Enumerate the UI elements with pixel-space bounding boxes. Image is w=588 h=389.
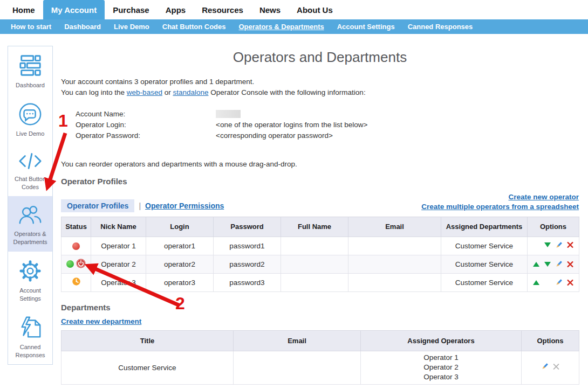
sidebar: Dashboard Live Demo bbox=[8, 46, 53, 365]
people-icon bbox=[18, 203, 43, 227]
departments-table: Title Email Assigned Operators Options C… bbox=[61, 330, 579, 385]
move-down-icon[interactable] bbox=[544, 242, 551, 247]
departments-heading: Departments bbox=[61, 303, 579, 312]
sidebar-item-account-settings[interactable]: Account Settings bbox=[8, 252, 52, 308]
topnav-news[interactable]: News bbox=[251, 0, 289, 19]
edit-icon[interactable] bbox=[541, 363, 549, 370]
department-title-cell: Customer Service bbox=[61, 351, 234, 384]
email-cell bbox=[348, 237, 441, 255]
email-cell bbox=[348, 273, 441, 291]
col-options: Options bbox=[528, 217, 579, 237]
chat-bubble-icon bbox=[18, 102, 43, 127]
col-password: Password bbox=[214, 217, 281, 237]
main-content: Operators and Departments Your account c… bbox=[61, 46, 579, 385]
nick-name-cell: Operator 2 bbox=[91, 255, 146, 273]
subnav-chat-button-codes[interactable]: Chat Button Codes bbox=[156, 23, 233, 31]
reorder-note: You can reorder operators and department… bbox=[61, 160, 579, 168]
nick-name-cell: Operator 3 bbox=[91, 273, 146, 291]
web-based-link[interactable]: web-based bbox=[127, 88, 162, 96]
full-name-cell bbox=[281, 237, 348, 255]
edit-icon[interactable] bbox=[555, 241, 563, 249]
assigned-operator: Operator 3 bbox=[361, 372, 521, 382]
create-multiple-operators-link[interactable]: Create multiple operators from a spreads… bbox=[421, 202, 579, 212]
email-cell bbox=[348, 255, 441, 273]
operator-login-value: <one of the operator logins from the lis… bbox=[216, 121, 367, 129]
table-header-row: Title Email Assigned Operators Options bbox=[61, 330, 579, 351]
delete-icon[interactable] bbox=[566, 279, 574, 286]
account-name-redacted-value bbox=[216, 110, 241, 118]
account-name-label: Account Name: bbox=[76, 110, 216, 118]
intro-line2-pre: You can log into the bbox=[61, 88, 127, 96]
col-options: Options bbox=[522, 330, 579, 351]
edit-icon[interactable] bbox=[555, 260, 563, 268]
sidebar-item-chat-button-codes[interactable]: Chat Button Codes bbox=[8, 143, 52, 197]
topnav-purchase[interactable]: Purchase bbox=[105, 0, 158, 19]
topnav-resources[interactable]: Resources bbox=[194, 0, 251, 19]
intro-line-1: Your account contains 3 operator profile… bbox=[61, 77, 579, 87]
create-new-operator-link[interactable]: Create new operator bbox=[421, 192, 579, 202]
code-icon bbox=[18, 150, 43, 172]
standalone-link[interactable]: standalone bbox=[173, 88, 208, 96]
sidebar-item-operators-departments[interactable]: Operators & Departments bbox=[8, 196, 52, 252]
password-cell: password2 bbox=[214, 255, 281, 273]
page: Home My Account Purchase Apps Resources … bbox=[0, 0, 588, 389]
operator-password-label: Operator Password: bbox=[76, 131, 216, 140]
sidebar-label: Operators & Departments bbox=[10, 230, 51, 246]
tab-operator-profiles[interactable]: Operator Profiles bbox=[61, 199, 134, 212]
subnav-operators-departments[interactable]: Operators & Departments bbox=[233, 23, 331, 31]
operator-login-label: Operator Login: bbox=[76, 121, 216, 129]
sub-navigation: How to start Dashboard Live Demo Chat Bu… bbox=[0, 19, 588, 34]
operator-row-3: Operator 3 operator3 password3 Customer … bbox=[61, 273, 579, 291]
status-online-icon bbox=[66, 260, 74, 268]
create-new-department-link[interactable]: Create new department bbox=[61, 317, 141, 325]
status-offline-icon bbox=[72, 242, 80, 250]
move-down-icon[interactable] bbox=[544, 262, 551, 267]
power-off-icon[interactable] bbox=[76, 262, 86, 270]
department-row-1: Customer Service Operator 1 Operator 2 O… bbox=[61, 351, 579, 384]
assigned-operators-cell: Operator 1 Operator 2 Operator 3 bbox=[361, 351, 522, 384]
operator-row-1: Operator 1 operator1 password1 Customer … bbox=[61, 237, 579, 255]
full-name-cell bbox=[281, 255, 348, 273]
top-navigation: Home My Account Purchase Apps Resources … bbox=[0, 0, 588, 19]
subnav-account-settings[interactable]: Account Settings bbox=[331, 23, 401, 31]
topnav-apps[interactable]: Apps bbox=[158, 0, 194, 19]
password-cell: password1 bbox=[214, 237, 281, 255]
subnav-canned-responses[interactable]: Canned Responses bbox=[401, 23, 480, 31]
sidebar-item-live-demo[interactable]: Live Demo bbox=[8, 95, 52, 143]
topnav-my-account[interactable]: My Account bbox=[43, 0, 105, 19]
delete-icon[interactable] bbox=[566, 241, 574, 249]
sidebar-label: Dashboard bbox=[16, 81, 45, 89]
subnav-live-demo[interactable]: Live Demo bbox=[107, 23, 156, 31]
lightning-page-icon bbox=[18, 315, 43, 340]
move-up-icon[interactable] bbox=[533, 262, 539, 267]
create-links: Create new operator Create multiple oper… bbox=[421, 192, 579, 212]
col-assigned-departments: Assigned Departments bbox=[441, 217, 528, 237]
departments-cell: Customer Service bbox=[441, 255, 528, 273]
operator-row-2: Operator 2 operator2 password2 Customer … bbox=[61, 255, 579, 273]
col-title: Title bbox=[61, 330, 234, 351]
sidebar-label: Live Demo bbox=[16, 130, 45, 138]
sidebar-item-dashboard[interactable]: Dashboard bbox=[8, 46, 52, 95]
gear-icon bbox=[18, 259, 43, 283]
dashboard-icon bbox=[18, 53, 43, 78]
full-name-cell bbox=[281, 273, 348, 291]
sidebar-item-canned-responses[interactable]: Canned Responses bbox=[8, 308, 52, 365]
move-up-icon[interactable] bbox=[533, 280, 539, 285]
sidebar-label: Chat Button Codes bbox=[10, 175, 51, 191]
table-header-row: Status Nick Name Login Password Full Nam… bbox=[61, 217, 579, 237]
departments-cell: Customer Service bbox=[441, 273, 528, 291]
delete-icon[interactable] bbox=[566, 260, 574, 268]
subnav-how-to-start[interactable]: How to start bbox=[4, 23, 58, 31]
sidebar-label: Canned Responses bbox=[10, 343, 51, 359]
assigned-operator: Operator 1 bbox=[361, 353, 521, 363]
edit-icon[interactable] bbox=[555, 279, 563, 286]
subnav-dashboard[interactable]: Dashboard bbox=[58, 23, 107, 31]
col-login: Login bbox=[146, 217, 214, 237]
login-cell: operator1 bbox=[146, 237, 214, 255]
topnav-about-us[interactable]: About Us bbox=[289, 0, 341, 19]
topnav-home[interactable]: Home bbox=[4, 0, 43, 19]
departments-cell: Customer Service bbox=[441, 237, 528, 255]
intro-or: or bbox=[162, 88, 173, 96]
tab-operator-permissions[interactable]: Operator Permissions bbox=[145, 202, 224, 210]
intro-line2-post: Operator Console with the following info… bbox=[208, 88, 365, 96]
